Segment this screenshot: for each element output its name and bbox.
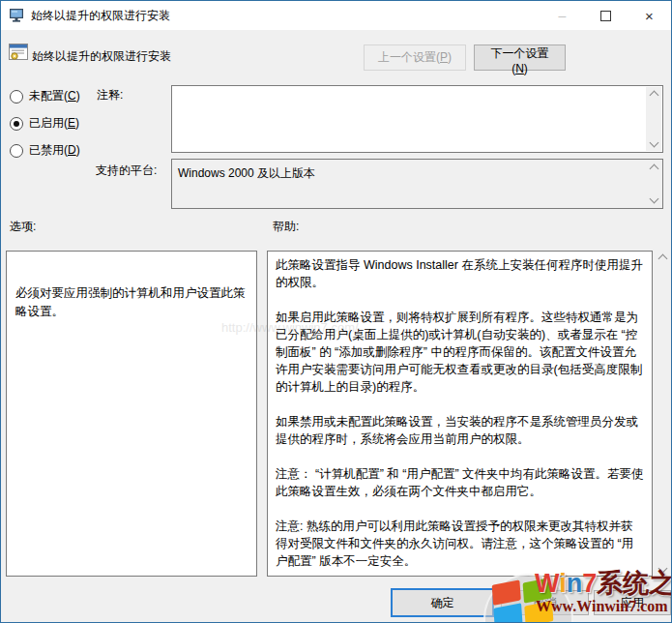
minimize-button[interactable]: – [541,1,584,30]
options-label: 选项: [10,219,36,235]
radio-label: 已禁用(D) [29,142,80,159]
scroll-up-icon[interactable] [658,254,668,264]
window-controls: – × [541,1,671,30]
comment-scrollbar[interactable] [646,87,661,151]
radio-not-configured[interactable]: 未配置(C) [10,88,80,104]
titlebar: 始终以提升的权限进行安装 – × [1,1,671,30]
policy-title: 始终以提升的权限进行安装 [32,48,171,65]
scroll-down-icon[interactable] [658,564,668,574]
apply-button[interactable]: 应用 [594,590,671,615]
scroll-down-icon[interactable] [649,194,658,204]
button-label: 上一个设置( [378,50,440,64]
radio-enabled[interactable]: 已启用(E) [10,115,79,132]
help-paragraph: 如果禁用或未配置此策略设置，当安装的程序不是系统管理员分发或提供的程序时，系统将… [276,413,644,448]
help-text: 此策略设置指导 Windows Installer 在系统上安装任何程序时使用提… [268,252,652,575]
previous-setting-button[interactable]: 上一个设置(P) [364,44,466,71]
button-label: ) [448,50,452,64]
scroll-up-icon[interactable] [649,164,658,174]
hotkey: N [515,62,524,75]
help-paragraph: 此策略设置指导 Windows Installer 在系统上安装任何程序时使用提… [276,256,644,291]
radio-label: 已启用(E) [29,115,79,132]
close-button[interactable]: × [628,1,671,30]
help-paragraph: 如果启用此策略设置，则将特权扩展到所有程序。这些特权通常是为已分配给用户(桌面上… [276,309,644,396]
platform-value: Windows 2000 及以上版本 [178,165,315,182]
close-icon: × [645,8,654,24]
comment-label: 注释: [97,87,123,104]
minimize-icon: – [559,8,567,23]
button-label: ) [524,62,528,75]
window-title: 始终以提升的权限进行安装 [31,8,170,24]
help-paragraph: 注意: 熟练的用户可以利用此策略设置授予的权限来更改其特权并获得对受限文件和文件… [276,518,644,570]
hotkey: P [440,50,448,64]
group-policy-app-icon [9,9,24,22]
help-scrollbar[interactable] [655,252,671,575]
scroll-down-icon[interactable] [649,138,658,148]
next-setting-button[interactable]: 下一个设置(N) [474,44,566,71]
cancel-button[interactable]: 取消 [501,590,589,615]
radio-icon [10,144,23,158]
platform-box: Windows 2000 及以上版本 [171,159,663,209]
radio-disabled[interactable]: 已禁用(D) [10,142,80,159]
help-panel[interactable]: 此策略设置指导 Windows Installer 在系统上安装任何程序时使用提… [267,251,653,577]
ok-button[interactable]: 确定 [391,588,494,617]
radio-icon [10,117,23,131]
policy-setting-dialog: 始终以提升的权限进行安装 – × 始终以提升的权限进行安装 上一个设置(P) 下… [0,0,672,623]
scroll-up-icon[interactable] [649,91,658,101]
policy-setting-icon [9,44,28,60]
help-label: 帮助: [273,219,299,235]
maximize-button[interactable] [584,1,628,30]
platform-scrollbar[interactable] [646,161,661,207]
help-paragraph: 注意： “计算机配置” 和 “用户配置” 文件夹中均有此策略设置。若要使此策略设… [276,465,644,500]
comment-input[interactable] [171,85,663,153]
radio-icon [10,90,23,104]
radio-label: 未配置(C) [29,88,80,104]
maximize-icon [600,11,611,21]
platform-label: 支持的平台: [96,163,157,179]
options-panel: 必须对要应用强制的计算机和用户设置此策略设置。 [6,251,257,577]
options-text: 必须对要应用强制的计算机和用户设置此策略设置。 [7,252,256,321]
